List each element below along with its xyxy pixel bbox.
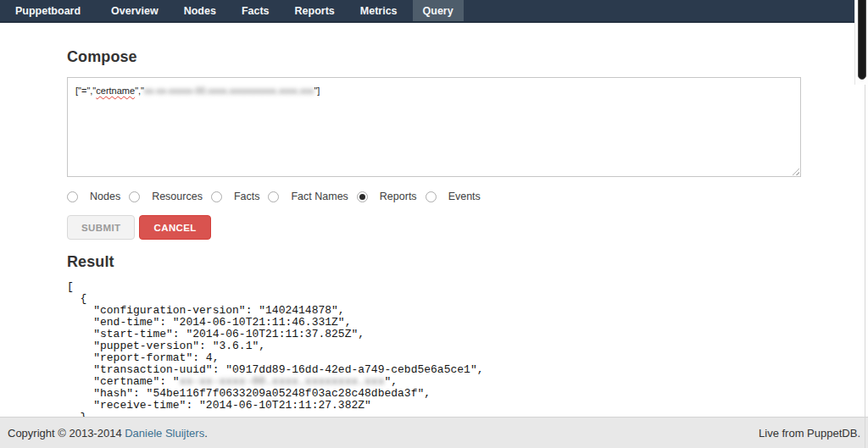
radio-label: Facts (234, 191, 260, 202)
form-actions: SUBMIT CANCEL (67, 215, 801, 240)
radio-label: Nodes (90, 191, 120, 202)
scrollbar-thumb[interactable] (858, 0, 866, 80)
query-text-separator: "," (135, 86, 144, 96)
compose-heading: Compose (67, 48, 801, 66)
nav-brand-puppetboard[interactable]: Puppetboard (4, 0, 92, 21)
radio-option-fact-names[interactable]: Fact Names (268, 191, 348, 202)
result-json-before: [ { "configuration-version": "1402414878… (67, 280, 483, 388)
radio-circle-icon[interactable] (211, 191, 222, 202)
result-json-output: [ { "configuration-version": "1402414878… (67, 281, 801, 435)
radio-label: Fact Names (291, 191, 348, 202)
copyright-period: . (204, 427, 208, 440)
footer-copyright: Copyright © 2013-2014 Daniele Sluijters. (8, 427, 208, 440)
nav-tab-metrics[interactable]: Metrics (350, 0, 408, 21)
nav-tab-facts[interactable]: Facts (231, 0, 280, 21)
query-text-suffix: "] (314, 86, 320, 96)
scrollbar-track[interactable] (854, 0, 868, 85)
result-redacted-certname: xx-xx-xxxx-00.xxxx.xxxxxxxx.xxx (180, 375, 385, 388)
radio-option-reports[interactable]: Reports (357, 191, 417, 202)
radio-label: Resources (152, 191, 203, 202)
nav-tab-query[interactable]: Query (413, 0, 464, 21)
footer-live-status: Live from PuppetDB. (759, 427, 860, 440)
query-redacted-hostname: xx-xx-xxxxx-00.xxxx.xxxxxxxxxx.xxxx.xxx (144, 86, 314, 96)
radio-label: Reports (380, 191, 417, 202)
radio-option-nodes[interactable]: Nodes (67, 191, 120, 202)
main-content: Compose ["=","certname","xx-xx-xxxxx-00.… (67, 48, 801, 435)
top-nav: Puppetboard Overview Nodes Facts Reports… (0, 0, 868, 23)
query-input[interactable]: ["=","certname","xx-xx-xxxxx-00.xxxx.xxx… (67, 77, 801, 177)
copyright-text: Copyright © 2013-2014 (8, 427, 122, 440)
radio-option-resources[interactable]: Resources (129, 191, 203, 202)
cancel-button[interactable]: CANCEL (139, 215, 210, 240)
query-text-prefix: ["="," (75, 86, 96, 96)
nav-tab-overview[interactable]: Overview (101, 0, 169, 21)
nav-tab-nodes[interactable]: Nodes (174, 0, 226, 21)
query-text-certname: certname (96, 86, 135, 96)
footer: Copyright © 2013-2014 Daniele Sluijters.… (0, 417, 868, 448)
window-right-edge (865, 80, 865, 448)
radio-circle-icon[interactable] (357, 191, 368, 202)
nav-tab-reports[interactable]: Reports (285, 0, 345, 21)
author-link[interactable]: Daniele Sluijters (125, 427, 204, 440)
textarea-resize-grip-icon[interactable] (790, 166, 799, 175)
radio-label: Events (448, 191, 481, 202)
submit-button[interactable]: SUBMIT (67, 215, 135, 240)
result-heading: Result (67, 253, 801, 271)
radio-circle-icon[interactable] (129, 191, 140, 202)
endpoint-radio-group: Nodes Resources Facts Fact Names Reports… (67, 190, 801, 203)
radio-option-events[interactable]: Events (426, 191, 481, 202)
radio-option-facts[interactable]: Facts (211, 191, 260, 202)
radio-circle-icon[interactable] (426, 191, 437, 202)
radio-circle-icon[interactable] (268, 191, 279, 202)
radio-circle-icon[interactable] (67, 191, 78, 202)
